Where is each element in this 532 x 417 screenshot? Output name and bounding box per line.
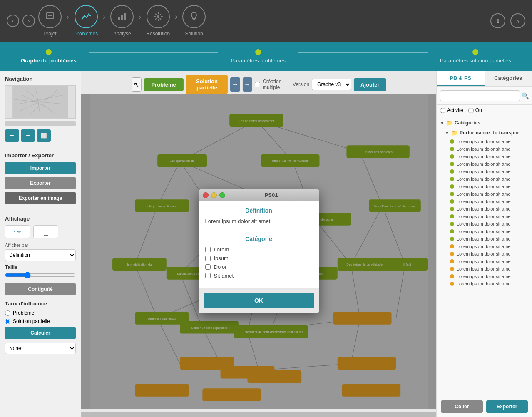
nav-step-projet[interactable]: Projet [38, 5, 62, 37]
list-item[interactable]: Lorem ipsum dolor sit ame [437, 243, 532, 250]
checkbox-ipsum[interactable] [205, 256, 211, 261]
ajouter-button[interactable]: Ajouter [354, 78, 386, 91]
creation-multiple-checkbox[interactable] [255, 82, 260, 87]
collapse-button[interactable]: ∧ [510, 13, 525, 28]
modal-ok-button[interactable]: OK [204, 293, 314, 308]
checkbox-dolor[interactable] [205, 264, 211, 270]
radio-ou-label[interactable]: Ou [468, 107, 482, 113]
canvas-horizontal-scrollbar[interactable] [81, 412, 436, 417]
nav-step-resolution-label: Résolution [146, 31, 170, 37]
dot-icon [450, 282, 454, 286]
contiguite-button[interactable]: Contiguïté [5, 283, 76, 295]
version-select[interactable]: Graphe v3 [312, 79, 351, 90]
sub-nav-label-params-sol: Paramètres solution partielles [440, 57, 511, 64]
export-button[interactable]: Exporter [5, 177, 76, 189]
nav-next-button[interactable]: › [22, 15, 35, 27]
dot-icon [450, 214, 454, 218]
nav-step-solution-circle [182, 5, 206, 28]
modal-divider [205, 231, 313, 231]
list-item[interactable]: Lorem ipsum dolor sit ame [437, 213, 532, 220]
list-item[interactable]: Lorem ipsum dolor sit ame [437, 273, 532, 280]
activite-label: Activité [447, 107, 463, 113]
taille-slider[interactable] [5, 272, 76, 278]
list-item[interactable]: Lorem ipsum dolor sit ame [437, 250, 532, 258]
right-search-input[interactable] [440, 90, 520, 101]
none-dropdown[interactable]: None [5, 343, 76, 354]
list-item[interactable]: Lorem ipsum dolor sit ame [437, 258, 532, 265]
radio-sol-partielle[interactable] [5, 319, 10, 324]
dot-icon [450, 169, 454, 174]
nav-prev-button[interactable]: ‹ [7, 15, 19, 27]
list-item[interactable]: Lorem ipsum dolor sit ame [437, 235, 532, 243]
afficher-par-dropdown[interactable]: Définition [5, 249, 76, 261]
zoom-scrollbar[interactable] [5, 121, 76, 126]
list-item[interactable]: Lorem ipsum dolor sit ame [437, 228, 532, 235]
arrow-tool-button-2[interactable]: → [243, 77, 252, 92]
list-item[interactable]: Lorem ipsum dolor sit ame [437, 205, 532, 213]
tab-pb-ps[interactable]: PB & PS [437, 71, 485, 86]
sub-nav-params-pb[interactable]: Paramètres problèmes [218, 49, 298, 64]
sub-nav-graphe[interactable]: Graphe de problèmes [8, 49, 89, 64]
list-item[interactable]: Lorem ipsum dolor sit ame [437, 138, 532, 145]
checkbox-lorem-label: Lorem [214, 246, 229, 253]
arrow-tool-button-1[interactable]: → [230, 77, 240, 92]
modal-maximize-button[interactable] [219, 192, 225, 198]
radio-probleme[interactable] [5, 310, 10, 316]
list-item[interactable]: Lorem ipsum dolor sit ame [437, 153, 532, 160]
item-label: Lorem ipsum dolor sit ame [457, 221, 511, 226]
list-item[interactable]: Lorem ipsum dolor sit ame [437, 160, 532, 168]
list-item[interactable]: Lorem ipsum dolor sit ame [437, 198, 532, 205]
tree-categories-root[interactable]: ▼ 📁 Catégories [437, 118, 532, 128]
info-icon: ℹ [497, 18, 499, 24]
list-item[interactable]: Lorem ipsum dolor sit ame [437, 145, 532, 153]
solution-partielle-button[interactable]: Solution partielle [186, 75, 228, 94]
export-image-button[interactable]: Exporter en image [5, 192, 76, 204]
sub-navigation: Graphe de problèmes Paramètres problèmes… [0, 42, 532, 71]
nav-step-solution[interactable]: Solution [182, 5, 206, 37]
list-item[interactable]: Lorem ipsum dolor sit ame [437, 168, 532, 175]
tree-subcategory-performance[interactable]: ▼ 📁 Performance du transport [437, 128, 532, 138]
left-sidebar: Navigation + − ⬜ Importer / Exporter Imp… [0, 71, 81, 417]
item-label: Lorem ipsum dolor sit ame [457, 176, 511, 181]
item-label: Lorem ipsum dolor sit ame [457, 154, 511, 159]
radio-activite-label[interactable]: Activité [440, 107, 463, 113]
nav-sep-2: › [101, 12, 107, 21]
subcategory-label: Performance du transport [460, 130, 521, 136]
item-label: Lorem ipsum dolor sit ame [457, 251, 511, 256]
fit-button[interactable]: ⬜ [37, 129, 51, 142]
radio-activite[interactable] [440, 108, 445, 113]
nav-step-problemes[interactable]: Problèmes [74, 5, 98, 37]
calculer-button[interactable]: Calculer [5, 327, 76, 339]
coller-button[interactable]: Coller [441, 400, 483, 413]
checkbox-sitamet[interactable] [205, 273, 211, 278]
info-button[interactable]: ℹ [490, 13, 505, 28]
radio-ou[interactable] [468, 108, 474, 113]
zoom-out-button[interactable]: − [21, 129, 35, 142]
nav-step-analyse[interactable]: Analyse [110, 5, 134, 37]
modal-minimize-button[interactable] [211, 192, 217, 198]
flat-display-button[interactable]: ⎯ [33, 225, 58, 238]
sub-nav-params-sol[interactable]: Paramètres solution partielles [428, 49, 524, 64]
nav-step-resolution-circle [147, 5, 170, 28]
taille-slider-container [5, 272, 76, 280]
probleme-button[interactable]: Problème [144, 78, 183, 91]
modal-close-button[interactable] [203, 192, 209, 198]
wavy-display-button[interactable]: 〜 [5, 225, 30, 238]
zoom-in-button[interactable]: + [5, 129, 19, 142]
list-item[interactable]: Lorem ipsum dolor sit ame [437, 175, 532, 183]
cursor-tool-button[interactable]: ↖ [131, 77, 141, 92]
list-item[interactable]: Lorem ipsum dolor sit ame [437, 183, 532, 190]
exporter-right-button[interactable]: Exporter [486, 400, 528, 413]
list-item[interactable]: Lorem ipsum dolor sit ame [437, 220, 532, 228]
search-icon[interactable]: 🔍 [522, 92, 529, 99]
modal-titlebar: PS01 [199, 189, 319, 201]
canvas-toolbar: ↖ Problème Solution partielle → → Créati… [131, 75, 386, 94]
nav-step-problemes-label: Problèmes [74, 31, 98, 37]
list-item[interactable]: Lorem ipsum dolor sit ame [437, 280, 532, 288]
import-button[interactable]: Importer [5, 162, 76, 174]
nav-step-resolution[interactable]: Résolution [146, 5, 170, 37]
tab-categories[interactable]: Catégories [485, 71, 532, 86]
list-item[interactable]: Lorem ipsum dolor sit ame [437, 265, 532, 273]
list-item[interactable]: Lorem ipsum dolor sit ame [437, 190, 532, 198]
checkbox-lorem[interactable] [205, 247, 211, 252]
